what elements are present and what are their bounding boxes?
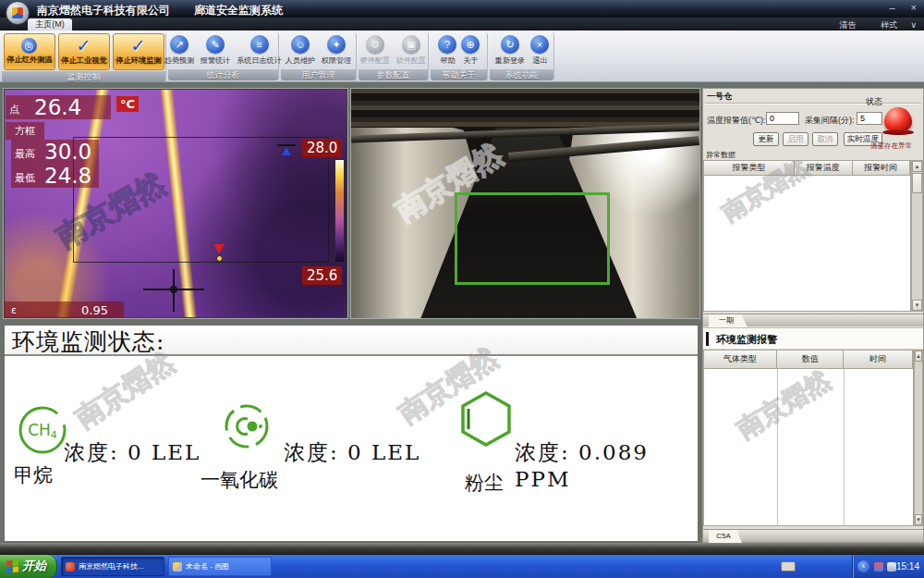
- co-icon: [224, 403, 270, 449]
- group-label-system: 系统功能: [490, 69, 553, 80]
- app-name: 廊道安全监测系统: [194, 4, 283, 17]
- env-status-title: 环境监测状态:: [12, 326, 164, 357]
- alarm-lamp-icon: [884, 107, 912, 132]
- scroll-up-icon[interactable]: ▲: [915, 350, 922, 362]
- gas-name-methane: 甲烷: [14, 462, 53, 488]
- tray-icon-1[interactable]: [874, 562, 883, 572]
- stop-env-monitor-button[interactable]: ✓ 停止环境监测: [113, 33, 164, 70]
- menu-bar: [0, 18, 924, 31]
- alarm-col-temp[interactable]: 报警温度: [795, 161, 852, 175]
- max-point-marker: [213, 244, 225, 253]
- alarm-col-time[interactable]: 报警时间: [853, 161, 910, 175]
- stop-vision-button[interactable]: ✓ 停止工业视觉: [58, 33, 110, 70]
- question-icon: ?: [438, 35, 456, 54]
- emissivity-readout: ε 0.95: [4, 301, 124, 319]
- permission-button[interactable]: ✦ 权限管理: [320, 35, 353, 67]
- group-label-help-about: 帮助关于: [431, 69, 487, 80]
- menu-clear[interactable]: 清告: [839, 20, 856, 30]
- scroll-down-icon[interactable]: ▼: [915, 514, 922, 525]
- max-point-dot: [216, 255, 223, 262]
- box-label: 方框: [6, 122, 44, 140]
- exit-button[interactable]: × 退出: [529, 35, 550, 67]
- temp-alarm-label: 温度报警值(℃):: [707, 115, 766, 127]
- silo-panel: 一号仓 状态 温度报警值(℃): 采集间隔(分): 更新 启用 取消 实时温度 …: [702, 88, 924, 543]
- scroll-up-icon[interactable]: ▲: [912, 161, 922, 172]
- taskbar-task-paint[interactable]: 未命名 - 画图: [168, 557, 272, 576]
- interval-input[interactable]: [857, 112, 882, 125]
- thermal-color-scale: [334, 159, 345, 263]
- start-button[interactable]: 开始: [0, 555, 57, 578]
- key-icon: ✦: [327, 35, 346, 54]
- alarm-table-scrollbar[interactable]: ▲ ▼: [911, 160, 923, 312]
- env-status-panel: 环境监测状态: 南京熠然 南京熠然 CH4 甲烷 浓度: 0 LEL 一氧化碳 …: [3, 324, 699, 543]
- tab-c5a[interactable]: C5A: [709, 530, 742, 543]
- close-x-icon: ×: [530, 35, 549, 54]
- env-col-value[interactable]: 数值: [777, 350, 844, 368]
- taskbar-task-app[interactable]: 南京熠然电子科技...: [61, 557, 164, 576]
- env-col-gas[interactable]: 气体类型: [704, 350, 777, 368]
- abnormal-data-label: 异常数据: [706, 150, 736, 160]
- taskbar-clock: 15:14: [896, 561, 919, 572]
- env-status-header: 环境监测状态:: [5, 326, 698, 356]
- measure-box: [73, 137, 329, 263]
- tab-home[interactable]: 主页(M): [28, 18, 72, 31]
- ribbon-group-user-mgmt: ☺ 人员维护 ✦ 权限管理 用户管理: [281, 32, 357, 80]
- log-list-icon: ≡: [250, 35, 269, 54]
- max-temp-readout: 最高 30.0: [11, 140, 99, 164]
- alarm-table: 报警类型 报警温度 报警时间 南京熠然: [703, 160, 911, 312]
- env-col-time[interactable]: 时间: [844, 350, 913, 368]
- tray-icon-2[interactable]: [887, 562, 896, 572]
- env-alarm-header: 环境监测报警: [703, 327, 923, 350]
- title-bar: 南京熠然电子科技有限公司廊道安全监测系统 – ×: [0, 0, 924, 18]
- ribbon-group-monitor-control: ◎ 停止红外测温 ✓ 停止工业视觉 ✓ 停止环境监测 监测控制: [2, 32, 166, 80]
- industrial-camera-view: 南京熠然: [350, 88, 700, 319]
- paint-task-icon: [173, 562, 182, 572]
- ribbon-group-param-config: ⚙ 硬件配置 ▣ 软件配置 参数配置: [359, 32, 429, 80]
- status-label: 状态: [866, 96, 882, 108]
- company-name: 南京熠然电子科技有限公司: [37, 4, 170, 17]
- language-bar-icon[interactable]: [781, 561, 796, 572]
- thermal-camera-view: 南京熠然 点 26.4 °C 方框 最高 30.0 最低 24.8 28.0 2…: [3, 88, 348, 319]
- close-button[interactable]: ×: [911, 2, 917, 13]
- app-logo-icon: [6, 1, 30, 25]
- update-button[interactable]: 更新: [753, 132, 779, 146]
- checkmark-icon: ✓: [131, 38, 146, 55]
- personnel-button[interactable]: ☺ 人员维护: [284, 35, 317, 67]
- tray-collapse-icon[interactable]: ‹: [857, 560, 869, 572]
- temp-alarm-input[interactable]: [766, 112, 799, 125]
- env-alarm-title: 环境监测报警: [716, 333, 777, 347]
- phase-tabstrip: 一期: [703, 314, 923, 326]
- alarm-col-type[interactable]: 报警类型: [704, 161, 795, 175]
- app-window: 南京熠然电子科技有限公司廊道安全监测系统 – × 主页(M) 清告 样式 ∨ ◎…: [0, 0, 924, 578]
- gas-value-methane: 浓度: 0 LEL: [64, 438, 201, 467]
- about-button[interactable]: ⊕ 关于: [460, 35, 480, 67]
- env-table-scrollbar[interactable]: ▲ ▼: [914, 350, 923, 526]
- interval-label: 采集间隔(分):: [805, 115, 855, 127]
- minimize-button[interactable]: –: [889, 2, 894, 13]
- infrared-target-icon: ◎: [21, 38, 37, 54]
- bottom-tabstrip: C5A: [703, 529, 923, 542]
- help-button[interactable]: ? 帮助: [437, 35, 457, 67]
- scroll-thumb[interactable]: [912, 173, 922, 193]
- stop-infrared-button[interactable]: ◎ 停止红外测温: [4, 33, 55, 70]
- refresh-login-icon: ↻: [501, 35, 519, 54]
- accent-bar: [706, 332, 709, 346]
- ch4-icon: CH4: [18, 405, 67, 455]
- gas-value-dust: 浓度: 0.089 PPM: [515, 438, 698, 491]
- taskbar: 开始 南京熠然电子科技... 未命名 - 画图 ‹ 15:14: [0, 555, 924, 578]
- detection-box: [455, 192, 610, 285]
- syslog-stats-button[interactable]: ≡ 系统日志统计: [235, 35, 284, 67]
- window-title: 南京熠然电子科技有限公司廊道安全监测系统: [37, 3, 283, 18]
- menu-style[interactable]: 样式 ∨: [869, 20, 917, 30]
- relogin-button[interactable]: ↻ 重新登录: [493, 35, 527, 67]
- env-alarm-table: 气体类型 数值 时间 南京熠然: [703, 350, 914, 526]
- scroll-down-icon[interactable]: ▼: [912, 300, 922, 311]
- app-task-icon: [66, 562, 75, 572]
- tab-phase-1[interactable]: 一期: [709, 314, 748, 327]
- window-bottom-edge: [0, 543, 924, 555]
- trend-predict-button[interactable]: ↗ 趋势预测: [163, 35, 196, 67]
- gear-icon: ⚙: [366, 35, 384, 54]
- alarm-stats-button[interactable]: ✎ 报警统计: [199, 35, 232, 67]
- person-icon: ☺: [291, 35, 310, 54]
- ribbon-group-statistics: ↗ 趋势预测 ✎ 报警统计 ≡ 系统日志统计 统计分析: [168, 32, 279, 80]
